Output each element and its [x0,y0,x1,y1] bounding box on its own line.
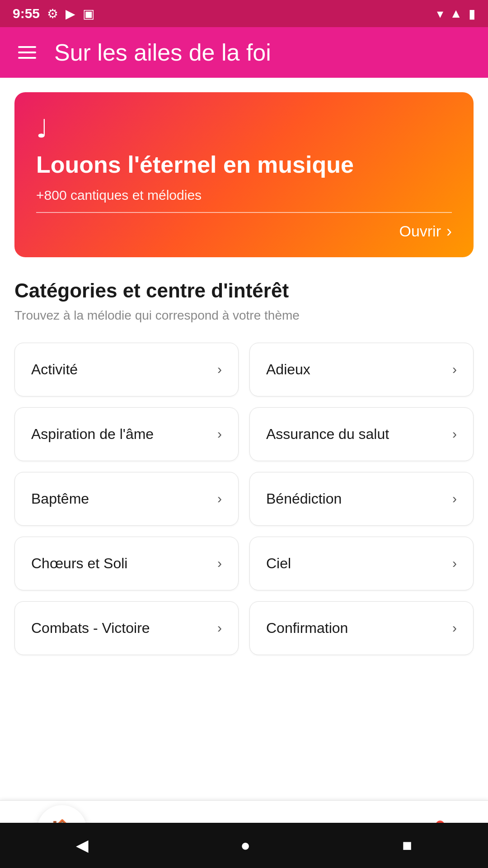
app-title: Sur les ailes de la foi [54,39,271,66]
sim-icon: ▣ [83,6,94,21]
home-button[interactable]: ● [240,836,250,855]
category-label: Aspiration de l'âme [31,426,154,443]
banner-divider [36,212,452,213]
banner-subtitle: +800 cantiques et mélodies [36,188,452,203]
app-bar: Sur les ailes de la foi [0,27,488,78]
category-chevron-icon: › [452,426,457,442]
category-card-9[interactable]: Confirmation › [249,601,474,655]
category-chevron-icon: › [217,620,222,636]
category-chevron-icon: › [217,491,222,506]
category-card-5[interactable]: Bénédiction › [249,472,474,526]
category-card-8[interactable]: Combats - Victoire › [14,601,239,655]
category-card-7[interactable]: Ciel › [249,537,474,590]
section-subtitle: Trouvez à la mélodie qui correspond à vo… [14,308,474,323]
banner-card[interactable]: ♩ Louons l'éternel en musique +800 canti… [14,92,474,257]
status-bar: 9:55 ⚙ ▶ ▣ ▾ ▲ ▮ [0,0,488,27]
play-icon: ▶ [66,6,75,21]
open-button[interactable]: Ouvrir › [36,222,452,241]
settings-icon: ⚙ [47,6,58,21]
category-chevron-icon: › [452,556,457,571]
category-label: Activité [31,361,78,378]
category-label: Chœurs et Soli [31,555,127,572]
android-nav-bar: ◀ ● ■ [0,823,488,868]
category-card-1[interactable]: Adieux › [249,343,474,396]
category-chevron-icon: › [452,620,457,636]
recent-apps-button[interactable]: ■ [402,836,412,855]
category-chevron-icon: › [452,362,457,377]
battery-icon: ▮ [469,6,475,21]
categories-grid: Activité › Adieux › Aspiration de l'âme … [14,343,474,736]
back-button[interactable]: ◀ [76,836,89,855]
status-bar-right: ▾ ▲ ▮ [437,6,475,21]
banner-music-icon: ♩ [36,114,452,143]
signal-icon: ▲ [450,6,462,21]
banner-title: Louons l'éternel en musique [36,151,452,179]
main-content: ♩ Louons l'éternel en musique +800 canti… [0,78,488,800]
category-card-2[interactable]: Aspiration de l'âme › [14,407,239,461]
section-title: Catégories et centre d'intérêt [14,279,474,303]
category-label: Confirmation [266,620,348,637]
category-card-6[interactable]: Chœurs et Soli › [14,537,239,590]
category-label: Ciel [266,555,291,572]
wifi-icon: ▾ [437,6,443,21]
category-chevron-icon: › [452,491,457,506]
category-chevron-icon: › [217,426,222,442]
category-label: Combats - Victoire [31,620,150,637]
category-card-4[interactable]: Baptême › [14,472,239,526]
status-time: 9:55 [13,6,40,21]
category-chevron-icon: › [217,556,222,571]
status-bar-left: 9:55 ⚙ ▶ ▣ [13,6,94,21]
category-card-3[interactable]: Assurance du salut › [249,407,474,461]
category-label: Adieux [266,361,310,378]
hamburger-menu[interactable] [18,46,36,59]
category-card-0[interactable]: Activité › [14,343,239,396]
chevron-right-icon: › [446,222,452,241]
category-chevron-icon: › [217,362,222,377]
category-label: Bénédiction [266,491,342,507]
category-label: Baptême [31,491,89,507]
category-label: Assurance du salut [266,426,389,443]
